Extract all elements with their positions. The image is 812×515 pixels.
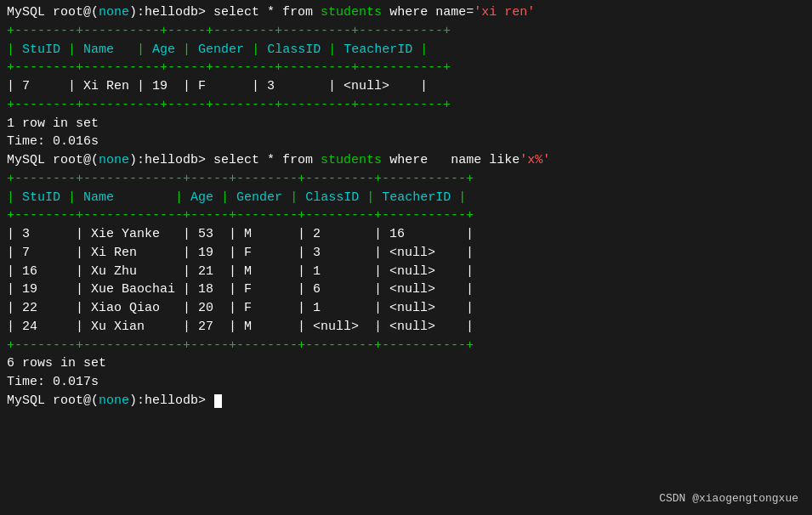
- watermark: CSDN @xiaogengtongxue: [659, 492, 798, 505]
- terminal-text: ):hellodb>: [129, 153, 213, 167]
- terminal-line: +--------+----------+-----+--------+----…: [7, 22, 805, 41]
- terminal-text: |: [412, 42, 428, 57]
- terminal-line: | StuID | Name | Age | Gender | ClassID …: [7, 41, 805, 59]
- terminal-text: Age: [152, 42, 175, 57]
- terminal-text: ):hellodb>: [129, 5, 213, 20]
- terminal-text: none: [99, 393, 129, 408]
- terminal-text: |: [7, 42, 22, 57]
- terminal-text: StuID: [22, 42, 60, 57]
- terminal: MySQL root@(none):hellodb> select * from…: [7, 3, 805, 512]
- terminal-text: |: [451, 190, 466, 205]
- terminal-text: Name: [83, 42, 114, 57]
- terminal-text: | 7 | Xi Ren | 19 | F | 3 | <null> |: [7, 79, 428, 93]
- terminal-text: 'xi ren': [474, 5, 535, 20]
- terminal-text: MySQL root@(: [7, 5, 99, 20]
- terminal-line: MySQL root@(none):hellodb>: [7, 392, 805, 410]
- terminal-text: Gender: [236, 190, 282, 205]
- terminal-line: | 3 | Xie Yanke | 53 | M | 2 | 16 |: [7, 225, 805, 244]
- terminal-text: |: [60, 190, 83, 205]
- terminal-text: select * from: [213, 153, 321, 167]
- terminal-text: MySQL root@(: [7, 393, 99, 408]
- terminal-text: |: [60, 42, 83, 57]
- terminal-line: 6 rows in set: [7, 354, 805, 373]
- terminal-text: |: [7, 190, 22, 205]
- terminal-text: TeacherID: [344, 42, 412, 57]
- terminal-line: +--------+-------------+-----+--------+-…: [7, 170, 805, 189]
- terminal-text: StuID: [22, 190, 60, 205]
- terminal-line: | 7 | Xi Ren | 19 | F | 3 | <null> |: [7, 244, 805, 263]
- terminal-line: | 19 | Xue Baochai | 18 | F | 6 | <null>…: [7, 280, 805, 299]
- terminal-text: students: [321, 5, 382, 20]
- terminal-line: +--------+-------------+-----+--------+-…: [7, 337, 805, 355]
- terminal-line: Time: 0.016s: [7, 133, 805, 151]
- terminal-text: where: [382, 5, 428, 20]
- terminal-text: students: [321, 153, 382, 167]
- terminal-text: |: [175, 42, 198, 57]
- terminal-text: |: [114, 190, 190, 205]
- terminal-text: where: [382, 153, 443, 167]
- terminal-text: none: [99, 5, 129, 20]
- terminal-text: |: [244, 42, 267, 57]
- terminal-line: | StuID | Name | Age | Gender | ClassID …: [7, 189, 805, 207]
- terminal-text: |: [359, 190, 382, 205]
- terminal-line: MySQL root@(none):hellodb> select * from…: [7, 3, 805, 22]
- terminal-line: Time: 0.017s: [7, 373, 805, 392]
- terminal-text: |: [321, 42, 344, 57]
- terminal-cursor: [214, 394, 222, 408]
- terminal-line: +--------+-------------+-----+--------+-…: [7, 207, 805, 225]
- terminal-text: ClassID: [305, 190, 359, 205]
- terminal-line: | 22 | Xiao Qiao | 20 | F | 1 | <null> |: [7, 299, 805, 318]
- terminal-text: |: [114, 42, 152, 57]
- terminal-text: TeacherID: [382, 190, 451, 205]
- terminal-text: Gender: [198, 42, 244, 57]
- terminal-text: |: [282, 190, 305, 205]
- terminal-line: | 7 | Xi Ren | 19 | F | 3 | <null> |: [7, 77, 805, 96]
- terminal-line: 1 row in set: [7, 115, 805, 133]
- terminal-line: | 16 | Xu Zhu | 21 | M | 1 | <null> |: [7, 263, 805, 281]
- terminal-line: +--------+----------+-----+--------+----…: [7, 59, 805, 77]
- terminal-text: Age: [190, 190, 213, 205]
- terminal-text: name=: [428, 5, 474, 20]
- terminal-line: +--------+----------+-----+--------+----…: [7, 96, 805, 115]
- terminal-text: 'x%': [520, 153, 550, 167]
- terminal-line: MySQL root@(none):hellodb> select * from…: [7, 151, 805, 170]
- terminal-text: none: [99, 153, 129, 167]
- terminal-text: select * from: [213, 5, 321, 20]
- terminal-text: name like: [443, 153, 520, 167]
- terminal-text: ClassID: [267, 42, 321, 57]
- terminal-text: Name: [83, 190, 114, 205]
- terminal-text: |: [213, 190, 236, 205]
- terminal-line: | 24 | Xu Xian | 27 | M | <null> | <null…: [7, 318, 805, 337]
- terminal-text: ):hellodb>: [129, 393, 213, 408]
- terminal-text: MySQL root@(: [7, 153, 99, 167]
